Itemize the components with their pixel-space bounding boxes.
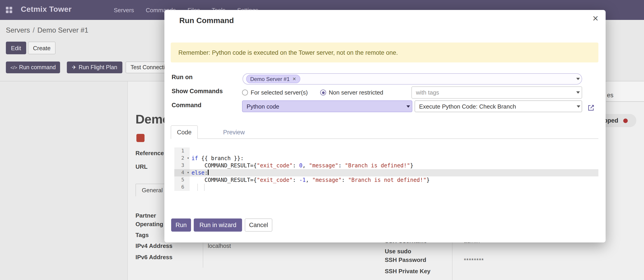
run-button-label: Run [176, 222, 187, 228]
cancel-button-label: Cancel [249, 222, 268, 228]
tags-filter-placeholder: with tags [416, 89, 439, 96]
create-button-label: Create [33, 45, 50, 51]
tab-general[interactable]: General [136, 184, 169, 196]
tab-preview[interactable]: Preview [217, 125, 251, 139]
ssh-password-value: ******** [464, 257, 484, 264]
partner-label: Partner [136, 212, 156, 219]
right-panel-text-fragment: es [607, 92, 614, 99]
code-line[interactable]: else: [190, 169, 598, 176]
run-command-label: Run command [19, 64, 56, 71]
indent-guide [204, 184, 204, 191]
edit-button[interactable]: Edit [6, 42, 26, 54]
nav-item-servers[interactable]: Servers [114, 7, 134, 13]
code-token: } [410, 162, 413, 169]
code-token: else [192, 170, 204, 176]
radio-selected-servers[interactable] [242, 90, 248, 95]
run-on-select[interactable]: Demo Server #1 ✕ [242, 73, 582, 85]
code-icon: </> [10, 65, 17, 70]
run-button[interactable]: Run [171, 218, 191, 232]
code-line[interactable] [190, 184, 598, 191]
code-token: "Branch is defined!" [345, 162, 410, 169]
run-in-wizard-label: Run in wizard [200, 222, 236, 228]
modal-title: Run Command [179, 16, 234, 25]
line-number: 3 [174, 162, 190, 169]
radio-non-restricted-label[interactable]: Non server restricted [329, 89, 383, 96]
code-token: : [342, 177, 348, 183]
command-select-value: Execute Python Code: Check Branch [419, 103, 516, 110]
code-token: , [302, 162, 309, 169]
code-token: -1 [299, 177, 306, 183]
command-label: Command [172, 102, 202, 108]
close-icon[interactable]: × [592, 14, 598, 24]
run-command-button[interactable]: </> Run command [6, 62, 60, 73]
chip-remove-icon[interactable]: ✕ [292, 76, 296, 81]
warning-alert: Remember: Python code is executed on the… [171, 43, 598, 62]
tab-code[interactable]: Code [171, 125, 198, 139]
tab-general-label: General [142, 187, 163, 194]
line-number: 1 [174, 148, 190, 155]
apps-grid-icon[interactable] [6, 7, 13, 14]
code-token: COMMAND_RESULT={ [192, 162, 257, 169]
edit-button-label: Edit [11, 45, 21, 51]
code-line[interactable]: if {{ branch }}: [190, 155, 598, 162]
command-select[interactable]: Execute Python Code: Check Branch [414, 100, 582, 112]
breadcrumb-separator: / [33, 26, 35, 34]
server-chip[interactable]: Demo Server #1 ✕ [246, 75, 300, 83]
show-commands-label: Show Commands [172, 88, 223, 94]
run-flight-plan-label: Run Flight Plan [78, 64, 117, 71]
code-line[interactable]: COMMAND_RESULT={"exit_code": -1, "messag… [190, 176, 598, 184]
radio-selected-servers-label[interactable]: For selected server(s) [251, 89, 308, 96]
viewport-scaler: Cetmix Tower Servers Commands Files Tool… [0, 0, 644, 280]
text-cursor [208, 170, 208, 175]
breadcrumb-current: Demo Server #1 [37, 26, 88, 34]
code-line[interactable]: COMMAND_RESULT={"exit_code": 0, "message… [190, 162, 598, 169]
tabs-underline [171, 138, 598, 139]
fold-icon[interactable]: ▾ [187, 155, 189, 162]
code-token: "message" [309, 162, 338, 169]
run-on-label: Run on [172, 74, 192, 80]
command-caret-icon [577, 105, 580, 108]
code-token: "exit_code" [257, 177, 293, 183]
code-token: "message" [312, 177, 342, 183]
code-lines: if {{ branch }}: COMMAND_RESULT={"exit_c… [190, 148, 598, 191]
external-link-icon[interactable] [588, 104, 595, 111]
line-number: 2▾ [174, 155, 190, 162]
code-token: if [192, 155, 198, 162]
run-on-caret-icon [576, 78, 580, 80]
app-root: Cetmix Tower Servers Commands Files Tool… [0, 0, 644, 280]
tags-filter-select[interactable]: with tags [412, 86, 582, 99]
code-editor[interactable]: 12▾34▾56 if {{ branch }}: COMMAND_RESULT… [174, 148, 598, 192]
code-token: : [293, 162, 299, 169]
use-sudo-label: Use sudo [385, 248, 411, 255]
ipv4-value: localhost [208, 242, 231, 249]
create-button[interactable]: Create [28, 42, 56, 54]
line-number: 4▾ [174, 169, 190, 176]
fold-icon[interactable]: ▾ [187, 169, 189, 176]
code-token: , [306, 177, 312, 183]
radio-non-restricted[interactable] [320, 90, 326, 95]
code-token: : [338, 162, 345, 169]
code-line[interactable] [190, 148, 598, 155]
url-label: URL [136, 163, 148, 170]
code-token: : [204, 170, 208, 176]
tab-code-label: Code [177, 129, 192, 136]
ssh-private-key-label: SSH Private Key [385, 268, 430, 274]
run-in-wizard-button[interactable]: Run in wizard [194, 218, 242, 232]
ipv4-label: IPv4 Address [136, 242, 172, 249]
command-type-value: Python code [246, 103, 279, 110]
gutter: 12▾34▾56 [174, 148, 190, 191]
breadcrumb-root[interactable]: Servers [6, 26, 30, 34]
run-flight-plan-button[interactable]: ✈ Run Flight Plan [67, 62, 122, 73]
command-type-caret-icon [406, 105, 410, 108]
command-type-select[interactable]: Python code [242, 100, 412, 112]
server-color-swatch[interactable] [136, 134, 144, 142]
line-number: 6 [174, 184, 190, 191]
right-panel-box [606, 81, 644, 102]
app-brand[interactable]: Cetmix Tower [21, 5, 72, 14]
code-token: 0 [299, 162, 302, 169]
code-token: } [426, 177, 430, 183]
code-token: : [293, 177, 299, 183]
reference-label: Reference [136, 150, 164, 157]
indent-guide [197, 184, 198, 191]
cancel-button[interactable]: Cancel [245, 218, 272, 232]
